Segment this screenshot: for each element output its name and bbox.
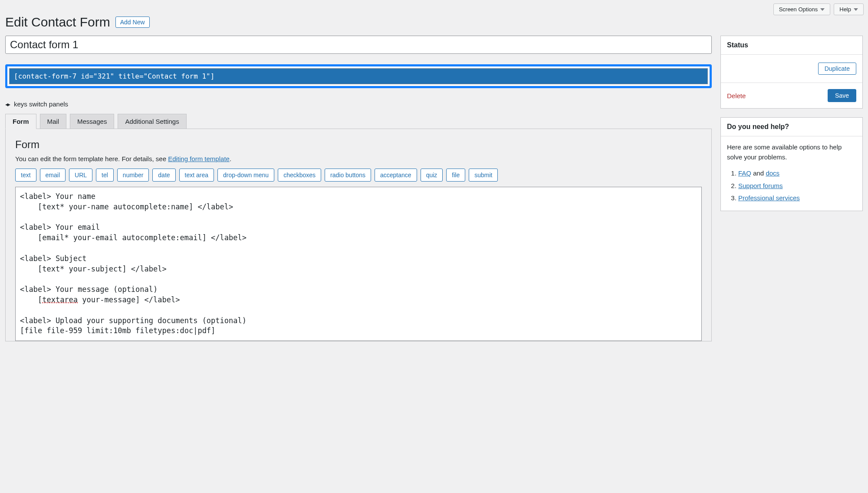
keys-hint-text: keys switch panels xyxy=(14,100,68,108)
tab-additional-settings[interactable]: Additional Settings xyxy=(118,114,186,129)
panel-heading: Form xyxy=(15,139,702,151)
tag-file-button[interactable]: file xyxy=(446,169,465,182)
arrow-left-right-icon: ◂▸ xyxy=(5,101,10,108)
help-item-support: Support forums xyxy=(738,180,856,192)
tag-email-button[interactable]: email xyxy=(40,169,66,182)
shortcode-highlight xyxy=(5,64,712,88)
faq-link[interactable]: FAQ xyxy=(738,169,751,177)
save-button[interactable]: Save xyxy=(828,89,856,102)
help-item-pro: Professional services xyxy=(738,192,856,205)
tag-acceptance-button[interactable]: acceptance xyxy=(375,169,417,182)
chevron-down-icon xyxy=(820,8,825,11)
help-heading: Do you need help? xyxy=(721,118,862,136)
status-box: Status Duplicate Delete Save xyxy=(720,36,863,109)
tag-tel-button[interactable]: tel xyxy=(96,169,114,182)
help-button[interactable]: Help xyxy=(834,3,864,15)
tab-bar: Form Mail Messages Additional Settings xyxy=(5,114,712,129)
tag-date-button[interactable]: date xyxy=(152,169,175,182)
chevron-down-icon xyxy=(854,8,858,11)
form-panel: Form You can edit the form template here… xyxy=(5,129,712,341)
form-title-input[interactable] xyxy=(5,36,712,54)
delete-link[interactable]: Delete xyxy=(727,92,746,99)
tag-url-button[interactable]: URL xyxy=(69,169,92,182)
tab-form[interactable]: Form xyxy=(5,114,36,129)
help-list: FAQ and docs Support forums Professional… xyxy=(727,167,856,205)
shortcode-field[interactable] xyxy=(9,68,708,84)
duplicate-button[interactable]: Duplicate xyxy=(818,63,856,75)
support-forums-link[interactable]: Support forums xyxy=(738,182,783,189)
screen-options-button[interactable]: Screen Options xyxy=(773,3,831,15)
docs-link[interactable]: docs xyxy=(766,169,779,177)
tag-generator-row: text email URL tel number date text area… xyxy=(15,169,702,182)
tab-messages[interactable]: Messages xyxy=(70,114,114,129)
tag-dropdown-button[interactable]: drop-down menu xyxy=(217,169,274,182)
add-new-button[interactable]: Add New xyxy=(115,17,150,28)
tab-mail[interactable]: Mail xyxy=(40,114,67,129)
help-item-faq: FAQ and docs xyxy=(738,167,856,180)
tag-checkboxes-button[interactable]: checkboxes xyxy=(278,169,321,182)
tag-textarea-button[interactable]: text area xyxy=(179,169,214,182)
editing-template-link[interactable]: Editing form template xyxy=(168,155,230,162)
panel-description: You can edit the form template here. For… xyxy=(15,155,702,162)
tag-quiz-button[interactable]: quiz xyxy=(421,169,443,182)
help-label: Help xyxy=(839,6,851,13)
tag-radio-button[interactable]: radio buttons xyxy=(325,169,371,182)
tag-text-button[interactable]: text xyxy=(15,169,36,182)
tag-submit-button[interactable]: submit xyxy=(469,169,498,182)
screen-options-label: Screen Options xyxy=(779,6,818,13)
professional-services-link[interactable]: Professional services xyxy=(738,194,800,202)
page-title: Edit Contact Form xyxy=(5,13,110,30)
form-template-editor[interactable]: <label> Your name [text* your-name autoc… xyxy=(15,187,702,341)
status-heading: Status xyxy=(721,36,862,55)
help-box: Do you need help? Here are some availabl… xyxy=(720,117,863,211)
help-text: Here are some available options to help … xyxy=(727,142,856,162)
tag-number-button[interactable]: number xyxy=(117,169,149,182)
